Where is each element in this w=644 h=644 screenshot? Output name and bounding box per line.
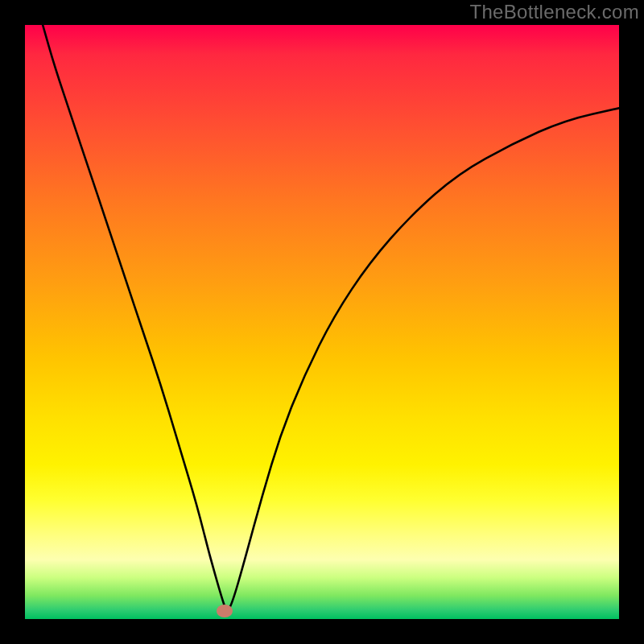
plot-area	[25, 25, 619, 619]
curve-marker-dot	[217, 605, 233, 617]
watermark-text: TheBottleneck.com	[469, 1, 639, 23]
chart-root: TheBottleneck.com	[0, 0, 644, 644]
bottleneck-curve	[43, 25, 619, 609]
curve-layer	[25, 25, 619, 619]
